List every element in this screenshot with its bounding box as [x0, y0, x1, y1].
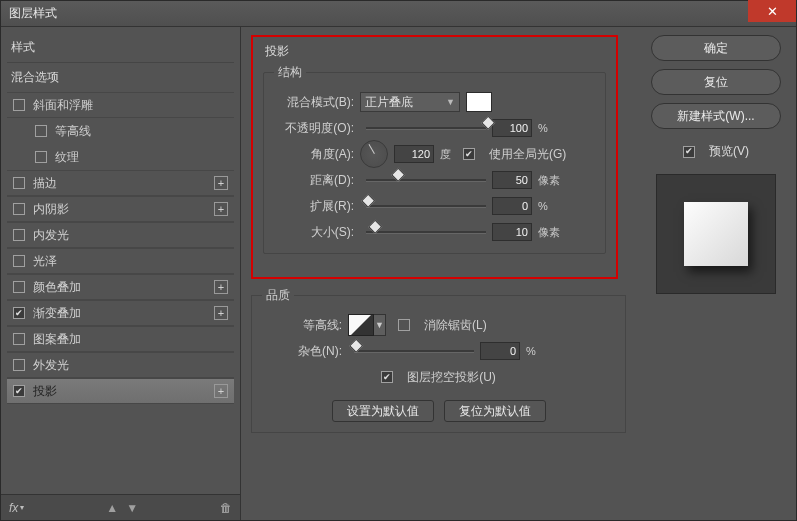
- fx-caret-icon[interactable]: ▾: [20, 503, 24, 512]
- knockout-checkbox[interactable]: [381, 371, 393, 383]
- effect-checkbox[interactable]: [13, 359, 25, 371]
- window-title: 图层样式: [9, 5, 57, 22]
- trash-icon[interactable]: 🗑: [220, 501, 232, 515]
- size-unit: 像素: [538, 225, 560, 240]
- preview-checkbox[interactable]: [683, 146, 695, 158]
- blend-options-header[interactable]: 混合选项: [7, 62, 234, 92]
- noise-input[interactable]: [480, 342, 520, 360]
- effect-item[interactable]: 内阴影+: [7, 196, 234, 222]
- make-default-button[interactable]: 设置为默认值: [332, 400, 434, 422]
- effect-checkbox[interactable]: [13, 385, 25, 397]
- effect-label: 内阴影: [33, 201, 69, 218]
- noise-unit: %: [526, 345, 536, 357]
- size-label: 大小(S):: [274, 224, 360, 241]
- spread-label: 扩展(R):: [274, 198, 360, 215]
- effect-checkbox[interactable]: [13, 177, 25, 189]
- titlebar: 图层样式 ✕: [1, 1, 796, 27]
- effect-item[interactable]: 图案叠加: [7, 326, 234, 352]
- effect-label: 投影: [33, 383, 57, 400]
- noise-slider[interactable]: [354, 343, 474, 359]
- move-down-icon[interactable]: ▼: [126, 501, 138, 515]
- spread-unit: %: [538, 200, 548, 212]
- fx-label[interactable]: fx: [9, 501, 18, 515]
- knockout-label[interactable]: 图层挖空投影(U): [407, 369, 496, 386]
- antialias-label[interactable]: 消除锯齿(L): [424, 317, 487, 334]
- add-effect-icon[interactable]: +: [214, 176, 228, 190]
- distance-unit: 像素: [538, 173, 560, 188]
- size-slider[interactable]: [366, 224, 486, 240]
- global-light-checkbox[interactable]: [463, 148, 475, 160]
- contour-preview[interactable]: [348, 314, 374, 336]
- antialias-checkbox[interactable]: [398, 319, 410, 331]
- spread-slider[interactable]: [366, 198, 486, 214]
- size-input[interactable]: [492, 223, 532, 241]
- effect-item[interactable]: 斜面和浮雕: [7, 92, 234, 118]
- content-area: 样式 混合选项 斜面和浮雕等高线纹理描边+内阴影+内发光光泽颜色叠加+渐变叠加+…: [1, 27, 796, 520]
- structure-group: 结构 混合模式(B): 正片叠底 ▼ 不透明度(O):: [263, 64, 606, 254]
- new-style-button[interactable]: 新建样式(W)...: [651, 103, 781, 129]
- effect-checkbox[interactable]: [35, 151, 47, 163]
- effect-label: 图案叠加: [33, 331, 81, 348]
- angle-input[interactable]: [394, 145, 434, 163]
- shadow-color-swatch[interactable]: [466, 92, 492, 112]
- styles-header[interactable]: 样式: [7, 33, 234, 62]
- spread-input[interactable]: [492, 197, 532, 215]
- cancel-button[interactable]: 复位: [651, 69, 781, 95]
- opacity-label: 不透明度(O):: [274, 120, 360, 137]
- effect-item[interactable]: 光泽: [7, 248, 234, 274]
- add-effect-icon[interactable]: +: [214, 306, 228, 320]
- blend-mode-select[interactable]: 正片叠底 ▼: [360, 92, 460, 112]
- effect-checkbox[interactable]: [13, 307, 25, 319]
- effects-list: 斜面和浮雕等高线纹理描边+内阴影+内发光光泽颜色叠加+渐变叠加+图案叠加外发光投…: [7, 92, 234, 404]
- close-button[interactable]: ✕: [748, 0, 796, 22]
- add-effect-icon[interactable]: +: [214, 280, 228, 294]
- shadow-highlight-box: 投影 结构 混合模式(B): 正片叠底 ▼ 不透明度(O):: [251, 35, 618, 279]
- move-up-icon[interactable]: ▲: [106, 501, 118, 515]
- blend-mode-label: 混合模式(B):: [274, 94, 360, 111]
- effect-item[interactable]: 内发光: [7, 222, 234, 248]
- angle-dial[interactable]: [360, 140, 388, 168]
- effect-checkbox[interactable]: [13, 229, 25, 241]
- contour-dropdown-icon[interactable]: ▼: [374, 314, 386, 336]
- preview-swatch: [684, 202, 748, 266]
- add-effect-icon[interactable]: +: [214, 384, 228, 398]
- effect-checkbox[interactable]: [35, 125, 47, 137]
- preview-label[interactable]: 预览(V): [709, 143, 749, 160]
- effect-label: 光泽: [33, 253, 57, 270]
- effect-checkbox[interactable]: [13, 333, 25, 345]
- distance-slider[interactable]: [366, 172, 486, 188]
- effect-item[interactable]: 颜色叠加+: [7, 274, 234, 300]
- left-footer: fx ▾ ▲ ▼ 🗑: [1, 494, 240, 520]
- reset-default-button[interactable]: 复位为默认值: [444, 400, 546, 422]
- blend-mode-value: 正片叠底: [365, 94, 413, 111]
- effect-label: 纹理: [55, 149, 79, 166]
- opacity-slider[interactable]: [366, 120, 486, 136]
- preview-box: [656, 174, 776, 294]
- effect-label: 颜色叠加: [33, 279, 81, 296]
- ok-button[interactable]: 确定: [651, 35, 781, 61]
- effect-subitem[interactable]: 纹理: [7, 144, 234, 170]
- effect-item[interactable]: 外发光: [7, 352, 234, 378]
- opacity-input[interactable]: [492, 119, 532, 137]
- structure-legend: 结构: [274, 64, 306, 81]
- center-panel: 投影 结构 混合模式(B): 正片叠底 ▼ 不透明度(O):: [241, 27, 636, 520]
- layer-style-dialog: 图层样式 ✕ 样式 混合选项 斜面和浮雕等高线纹理描边+内阴影+内发光光泽颜色叠…: [0, 0, 797, 521]
- contour-label: 等高线:: [262, 317, 348, 334]
- effect-checkbox[interactable]: [13, 99, 25, 111]
- quality-legend: 品质: [262, 287, 294, 304]
- global-light-label[interactable]: 使用全局光(G): [489, 146, 566, 163]
- effect-checkbox[interactable]: [13, 255, 25, 267]
- angle-label: 角度(A):: [274, 146, 360, 163]
- effect-checkbox[interactable]: [13, 281, 25, 293]
- chevron-down-icon: ▼: [446, 97, 455, 107]
- effect-label: 等高线: [55, 123, 91, 140]
- effect-item[interactable]: 投影+: [7, 378, 234, 404]
- effect-item[interactable]: 描边+: [7, 170, 234, 196]
- close-icon: ✕: [767, 4, 778, 19]
- effect-checkbox[interactable]: [13, 203, 25, 215]
- distance-input[interactable]: [492, 171, 532, 189]
- add-effect-icon[interactable]: +: [214, 202, 228, 216]
- effect-item[interactable]: 渐变叠加+: [7, 300, 234, 326]
- effect-label: 外发光: [33, 357, 69, 374]
- effect-subitem[interactable]: 等高线: [7, 118, 234, 144]
